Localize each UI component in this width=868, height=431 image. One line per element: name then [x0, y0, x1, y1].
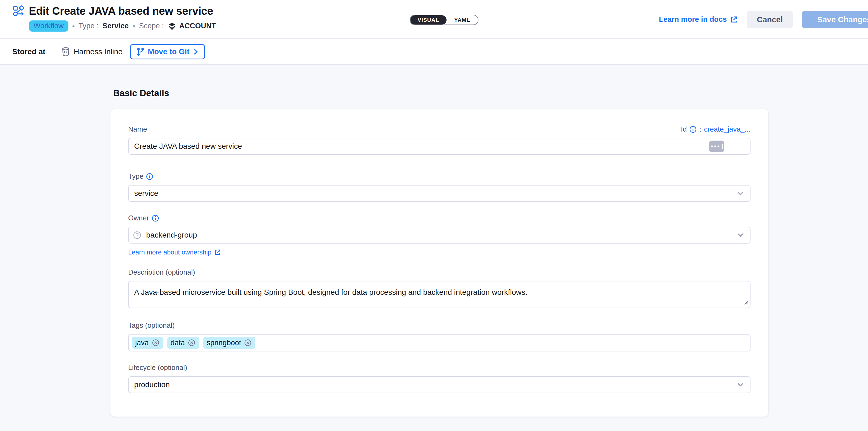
type-meta-value: Service	[102, 22, 129, 30]
description-textarea[interactable]: A Java-based microservice built using Sp…	[128, 281, 750, 308]
learn-more-docs-link[interactable]: Learn more in docs	[659, 15, 738, 24]
name-label: Name	[128, 125, 147, 133]
toggle-visual[interactable]: VISUAL	[410, 15, 446, 25]
info-icon[interactable]	[146, 173, 153, 180]
resize-handle-icon[interactable]	[742, 299, 749, 306]
scope-meta-label: Scope :	[139, 22, 164, 30]
storage-bar: Stored at Harness Inline Move to Git	[0, 39, 868, 65]
page-title: Edit Create JAVA based new service	[29, 5, 213, 17]
name-input[interactable]	[128, 138, 750, 155]
page-header: Edit Create JAVA based new service Workf…	[0, 0, 868, 39]
tag-chip: data	[167, 337, 199, 349]
visual-yaml-toggle: VISUAL YAML	[410, 15, 478, 25]
move-to-git-button[interactable]: Move to Git	[130, 44, 205, 59]
basic-details-card: Name Id : create_java_...	[111, 109, 768, 417]
scope-layers-icon	[168, 22, 176, 31]
scope-meta-value: ACCOUNT	[179, 22, 216, 30]
remove-tag-icon[interactable]	[244, 339, 252, 347]
external-link-icon	[214, 249, 221, 256]
entity-id-block: Id : create_java_...	[681, 125, 750, 133]
owner-label: Owner	[128, 214, 149, 222]
section-title: Basic Details	[113, 88, 868, 98]
type-select[interactable]	[128, 185, 750, 202]
remove-tag-icon[interactable]	[188, 339, 196, 347]
tag-chip: java	[132, 337, 163, 349]
git-branch-icon	[136, 47, 145, 56]
tags-input[interactable]: java data springboot	[128, 334, 750, 352]
tag-chip: springboot	[204, 337, 255, 349]
toggle-yaml[interactable]: YAML	[446, 15, 478, 25]
id-label: Id	[681, 125, 687, 133]
owner-select[interactable]	[128, 227, 750, 243]
id-separator: :	[699, 125, 701, 133]
inline-storage-icon	[62, 47, 70, 56]
save-changes-button[interactable]: Save Changes	[802, 11, 868, 28]
stored-at-label: Stored at	[12, 47, 45, 56]
info-icon[interactable]	[689, 126, 696, 133]
chevron-right-icon	[193, 48, 199, 55]
ownership-docs-link[interactable]: Learn more about ownership	[128, 248, 221, 256]
separator-dot: •	[72, 22, 75, 31]
name-input-edit-icon[interactable]	[709, 140, 724, 152]
info-icon[interactable]	[152, 215, 159, 222]
lifecycle-select[interactable]	[128, 376, 750, 393]
workflow-badge: Workflow	[29, 21, 68, 32]
cancel-button[interactable]: Cancel	[747, 11, 793, 28]
workflow-icon	[12, 5, 25, 17]
tags-label: Tags (optional)	[128, 321, 175, 330]
main-content: Basic Details Name Id : create_java_...	[0, 65, 868, 417]
type-meta-label: Type :	[79, 22, 99, 30]
lifecycle-label: Lifecycle (optional)	[128, 363, 187, 372]
remove-tag-icon[interactable]	[152, 339, 160, 347]
entity-meta: Workflow • Type : Service • Scope : ACCO…	[29, 21, 216, 32]
separator-dot: •	[132, 22, 135, 31]
external-link-icon	[730, 16, 738, 24]
entity-id-value[interactable]: create_java_...	[704, 125, 750, 133]
type-label: Type	[128, 172, 144, 180]
description-label: Description (optional)	[128, 268, 195, 276]
storage-type-value: Harness Inline	[73, 47, 122, 56]
